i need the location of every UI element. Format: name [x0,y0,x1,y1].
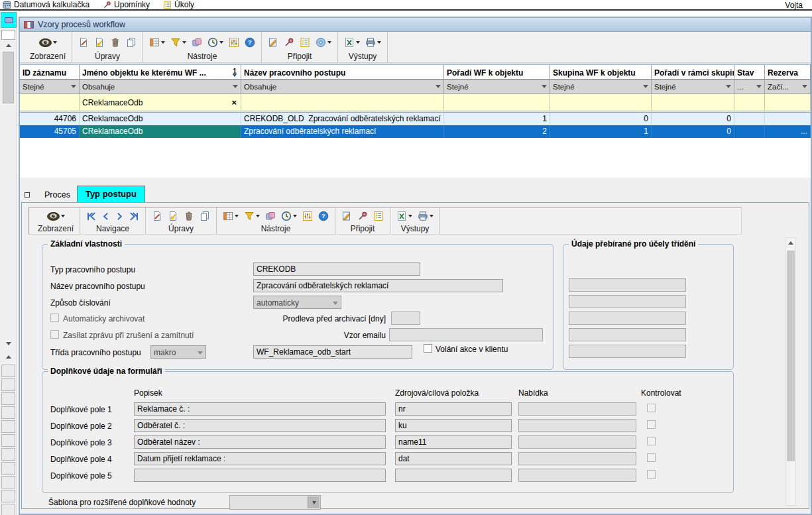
search-cell-name[interactable] [241,94,444,111]
detail-delete-button[interactable] [184,211,194,221]
dock-item[interactable] [1,434,15,447]
history-clock-button[interactable] [207,37,223,48]
column-header-reserve[interactable]: Rezerva [765,65,811,80]
detail-history-clock-button[interactable] [281,211,297,221]
nazev-postupu-input[interactable]: Zpracování odběratelských reklamací [253,279,503,292]
scroll-thumb[interactable] [787,251,795,461]
filter-operator-wf-group[interactable]: Stejné [550,80,652,94]
pole2-popisek-input[interactable]: Odběratel č. : [134,419,386,432]
checklist-button[interactable] [300,37,310,48]
table-row[interactable]: 44706 CReklamaceOdb CREKODB_OLD Zpracová… [20,113,811,125]
dock-item[interactable] [1,378,15,391]
zasilat-zpravu-checkbox[interactable] [50,330,59,339]
scroll-up-icon[interactable] [788,241,793,245]
menu-item-tasks[interactable]: Úkoly [163,0,194,9]
rail-scroll-up2-icon[interactable] [6,355,11,359]
tab-proces[interactable]: Proces [38,188,77,202]
column-header-wf-order[interactable]: Pořadí WF k objektu [444,65,550,80]
help-button[interactable]: ? [245,37,255,48]
nav-first-button[interactable] [86,211,96,221]
pole2-zdroj-input[interactable]: ku [395,419,512,432]
column-header-state[interactable]: Stav [734,65,765,80]
search-cell-id[interactable] [20,94,80,111]
pole5-zdroj-input[interactable] [395,469,512,482]
column-header-group-order[interactable]: Pořadí v rámci skupiny [652,65,734,80]
menu-item-reminders[interactable]: Upomínky [103,0,150,9]
merge-button[interactable] [192,37,202,48]
view-menu-button[interactable] [39,38,57,47]
pole1-zdroj-input[interactable]: nr [395,402,512,416]
edit-record-button[interactable] [94,37,105,48]
search-input-object[interactable]: CReklamaceOdb× [80,94,241,111]
sablona-combo[interactable] [229,495,321,510]
search-cell-wf-order[interactable] [444,94,550,111]
search-cell-reserve[interactable] [765,94,811,111]
detail-new-button[interactable] [152,211,162,221]
sorting-field-1[interactable] [569,278,686,292]
pole1-nabidka-input[interactable] [518,402,636,416]
sablona-dropdown-button[interactable] [308,496,319,508]
dock-item[interactable] [1,504,15,515]
detail-note-button[interactable] [341,211,352,221]
table-settings-button[interactable] [149,37,165,48]
detail-merge-button[interactable] [265,211,276,221]
sorting-field-2[interactable] [569,295,686,308]
zpusob-cislovani-select[interactable]: automaticky [253,296,341,309]
new-record-button[interactable] [78,37,89,48]
rail-scroll-down-icon[interactable] [6,342,11,345]
column-header-wf-group[interactable]: Skupina WF k objektu [550,65,652,80]
detail-print-button[interactable] [418,211,434,221]
pole5-nabidka-input[interactable] [518,469,636,482]
pole2-nabidka-input[interactable] [518,419,636,432]
pole5-popisek-input[interactable] [134,469,386,482]
nav-next-button[interactable] [115,211,124,221]
search-cell-wf-group[interactable] [550,94,652,111]
pole4-kontrolovat-checkbox[interactable] [647,453,656,462]
filter-operator-group-order[interactable]: Stejné [652,80,734,94]
pole4-zdroj-input[interactable]: dat [395,452,512,465]
parameters-button[interactable] [229,37,239,48]
typ-postupu-input[interactable]: CREKODB [253,262,420,276]
dock-item[interactable] [1,448,15,461]
makro-input[interactable]: WF_Reklamace_odb_start [253,345,412,359]
detail-view-menu-button[interactable] [47,212,65,221]
search-cell-group-order[interactable] [652,94,734,111]
filter-button[interactable] [170,37,186,48]
delete-record-button[interactable] [110,37,121,48]
automaticky-archivovat-checkbox[interactable] [50,314,59,322]
dock-item[interactable] [1,406,15,419]
dock-item[interactable] [1,365,15,377]
filter-operator-state[interactable]: ... [734,80,765,94]
detail-checklist-button[interactable] [373,211,384,221]
tab-typ-postupu[interactable]: Typ postupu [77,186,145,202]
filter-operator-object[interactable]: Obsahuje [80,80,241,94]
dock-item[interactable] [1,476,15,488]
excel-export-button[interactable] [344,37,360,48]
detail-help-button[interactable]: ? [318,211,329,221]
column-header-id[interactable]: ID záznamu [20,65,80,80]
filter-operator-reserve[interactable]: Začí... [765,80,811,94]
table-row-selected[interactable]: 45705 CReklamaceOdb Zpracování odběratel… [20,125,811,138]
copy-record-button[interactable] [126,37,137,48]
filter-operator-wf-order[interactable]: Stejné [444,80,550,94]
sorting-field-5[interactable] [569,345,686,358]
pole3-popisek-input[interactable]: Odběratel název : [134,435,386,449]
disc-button[interactable] [316,37,331,48]
filter-operator-name[interactable]: Obsahuje [241,80,444,94]
sorting-field-4[interactable] [569,328,686,341]
sorting-field-3[interactable] [569,312,686,325]
pole3-zdroj-input[interactable]: name11 [395,435,512,449]
pole4-nabidka-input[interactable] [518,452,636,465]
prodleva-input[interactable] [391,312,420,325]
dock-item[interactable] [1,490,15,502]
detail-copy-button[interactable] [200,211,210,221]
detail-edit-button[interactable] [168,211,178,221]
volani-akce-checkbox[interactable] [424,344,432,353]
detail-parameters-button[interactable] [302,211,313,221]
dock-item[interactable] [1,462,15,475]
window-titlebar[interactable]: Vzory procesů workflow [20,18,811,32]
pole1-popisek-input[interactable]: Reklamace č. : [134,402,386,416]
pole1-kontrolovat-checkbox[interactable] [647,404,656,412]
column-header-name[interactable]: Název pracovního postupu [241,65,444,80]
nav-prev-button[interactable] [101,211,110,221]
